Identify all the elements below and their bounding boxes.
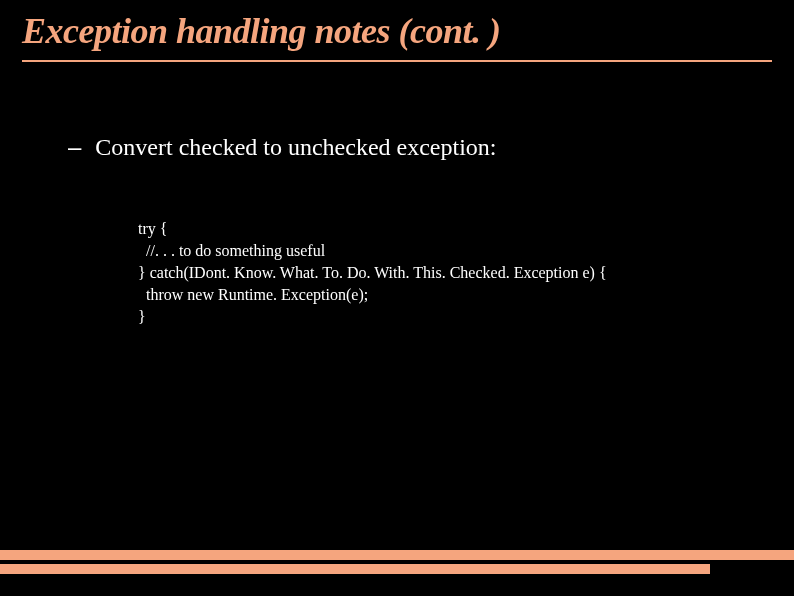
bullet-dash: – (68, 132, 81, 162)
title-text: Exception handling notes (cont. ) (22, 11, 501, 51)
footer-bar-1 (0, 550, 794, 560)
code-line-2: //. . . to do something useful (138, 242, 325, 259)
code-line-3: } catch(IDont. Know. What. To. Do. With.… (138, 264, 607, 281)
code-block: try { //. . . to do something useful } c… (138, 218, 794, 328)
code-line-5: } (138, 308, 146, 325)
content-area: – Convert checked to unchecked exception… (0, 62, 794, 328)
code-line-4: throw new Runtime. Exception(e); (138, 286, 368, 303)
footer-bar-2 (0, 564, 710, 574)
code-line-1: try { (138, 220, 167, 237)
bullet-item: – Convert checked to unchecked exception… (68, 132, 794, 162)
footer-bars (0, 550, 794, 574)
bullet-text: Convert checked to unchecked exception: (95, 132, 496, 162)
slide-title: Exception handling notes (cont. ) (0, 0, 794, 62)
